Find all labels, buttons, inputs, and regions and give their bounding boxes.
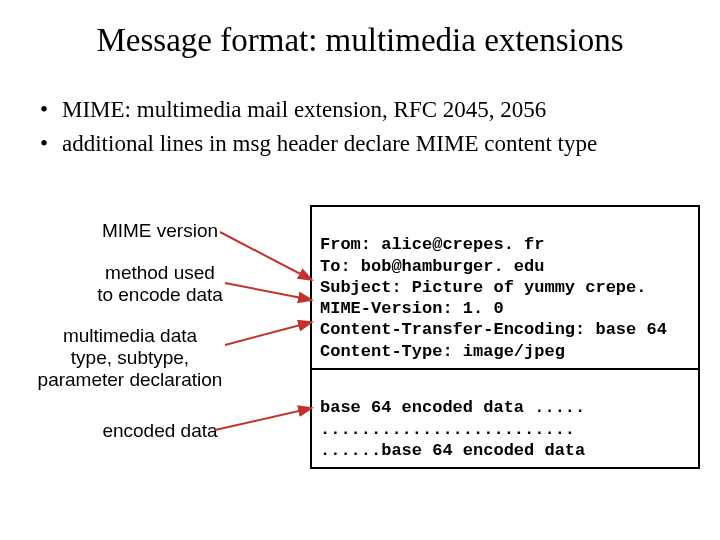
header-line: To: bob@hamburger. edu [320,257,544,276]
mail-header-box: From: alice@crepes. fr To: bob@hamburger… [310,205,700,370]
label-encoded-data: encoded data [80,420,240,442]
header-line: Content-Type: image/jpeg [320,342,565,361]
bullet-list: MIME: multimedia mail extension, RFC 204… [40,95,680,163]
label-mime-version: MIME version [80,220,240,242]
header-line: Subject: Picture of yummy crepe. [320,278,646,297]
bullet-item: additional lines in msg header declare M… [40,129,680,159]
slide-title: Message format: multimedia extensions [0,22,720,59]
slide: Message format: multimedia extensions MI… [0,0,720,540]
label-multimedia-type: multimedia data type, subtype, parameter… [20,325,240,391]
header-line: From: alice@crepes. fr [320,235,544,254]
bullet-item: MIME: multimedia mail extension, RFC 204… [40,95,680,125]
label-line: parameter declaration [20,369,240,391]
label-line: method used [80,262,240,284]
label-line: multimedia data [20,325,240,347]
label-encoding-method: method used to encode data [80,262,240,306]
label-line: to encode data [80,284,240,306]
body-line: ......base 64 encoded data [320,441,585,460]
body-line: ......................... [320,420,575,439]
label-line: type, subtype, [20,347,240,369]
header-line: MIME-Version: 1. 0 [320,299,504,318]
mail-body-box: base 64 encoded data ..... .............… [310,368,700,469]
header-line: Content-Transfer-Encoding: base 64 [320,320,667,339]
body-line: base 64 encoded data ..... [320,398,585,417]
